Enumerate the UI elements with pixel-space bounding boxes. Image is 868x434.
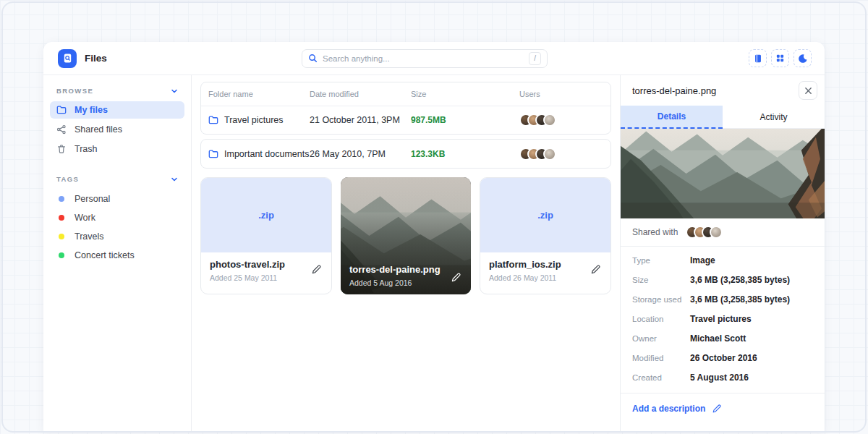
tag-item-travels[interactable]: Travels <box>50 227 184 246</box>
detail-row-created: Created 5 August 2016 <box>632 367 813 387</box>
edit-pencil-icon[interactable] <box>590 264 601 275</box>
search-icon <box>308 54 318 63</box>
close-panel-button[interactable] <box>799 81 817 100</box>
details-list: Type Image Size 3,6 MB (3,258,385 bytes)… <box>621 247 825 393</box>
grid-view-button[interactable] <box>771 49 789 67</box>
sidebar-item-label: My files <box>75 105 108 115</box>
tag-color-dot <box>59 196 64 202</box>
sidebar-item-trash[interactable]: Trash <box>50 140 184 158</box>
file-added-date: Added 25 May 2011 <box>210 273 323 282</box>
main-content: Folder name Date modified Size Users Tra… <box>192 75 620 433</box>
trash-icon <box>56 144 67 154</box>
table-row[interactable]: Travel pictures 21 October 2011, 3PM 987… <box>201 106 610 134</box>
top-bar: Files / <box>43 42 825 75</box>
search-input[interactable] <box>323 54 524 63</box>
zip-extension-badge: .zip <box>201 178 331 252</box>
tag-color-dot <box>59 252 64 258</box>
date-modified: 26 May 2010, 7PM <box>310 149 411 159</box>
tag-color-dot <box>59 215 64 221</box>
panel-file-title: torres-del-paine.png <box>632 85 716 96</box>
users-avatars <box>519 114 603 127</box>
tab-activity[interactable]: Activity <box>723 106 825 129</box>
file-name: platform_ios.zip <box>489 259 602 270</box>
edit-pencil-icon[interactable] <box>311 264 322 275</box>
sidebar-item-label: Shared files <box>75 124 122 135</box>
detail-label: Location <box>632 315 690 323</box>
detail-label: Size <box>632 276 690 284</box>
date-modified: 21 October 2011, 3PM <box>310 115 411 125</box>
add-description-button[interactable]: Add a description <box>621 393 825 424</box>
sidebar-item-label: Trash <box>75 144 98 154</box>
shared-avatars <box>686 226 723 239</box>
avatar <box>543 148 556 161</box>
detail-label: Modified <box>632 354 690 362</box>
users-avatars <box>519 148 603 161</box>
column-header-folder-name: Folder name <box>208 90 310 98</box>
detail-value: 3,6 MB (3,258,385 bytes) <box>690 275 790 285</box>
share-icon <box>56 124 67 135</box>
detail-value: 5 August 2016 <box>690 373 749 383</box>
sidebar-item-shared-files[interactable]: Shared files <box>50 121 184 138</box>
zip-ext-label: .zip <box>537 210 553 221</box>
tag-item-work[interactable]: Work <box>50 208 184 227</box>
tags-section-header[interactable]: TAGS <box>50 175 184 183</box>
panel-tabs: Details Activity <box>621 106 825 129</box>
avatar <box>543 114 556 127</box>
dark-mode-moon-icon <box>798 54 808 64</box>
folder-size: 987.5MB <box>411 115 519 125</box>
details-panel: torres-del-paine.png Details Activity Sh… <box>620 75 825 433</box>
tag-label: Work <box>75 213 95 223</box>
folders-table: Folder name Date modified Size Users Tra… <box>200 82 611 135</box>
dark-mode-button[interactable] <box>793 49 812 67</box>
detail-label: Created <box>632 373 690 382</box>
browse-section-header[interactable]: BROWSE <box>50 87 184 95</box>
file-cards-row: .zip photos-travel.zip Added 25 May 2011 <box>200 177 611 294</box>
folder-name: Travel pictures <box>224 115 284 125</box>
file-name: torres-del-paine.png <box>349 264 441 275</box>
app-logo-icon <box>58 49 77 68</box>
close-icon <box>804 87 812 95</box>
chevron-down-icon <box>171 88 178 95</box>
folder-name: Important documents <box>224 149 309 159</box>
detail-value: Image <box>690 255 715 265</box>
detail-value: Michael Scott <box>690 333 746 344</box>
tag-item-personal[interactable]: Personal <box>50 190 184 208</box>
tag-item-concert-tickets[interactable]: Concert tickets <box>50 246 184 265</box>
column-header-size: Size <box>411 90 519 98</box>
tags-label: TAGS <box>56 175 79 183</box>
browse-label: BROWSE <box>56 87 93 95</box>
book-button[interactable] <box>749 49 767 67</box>
detail-label: Type <box>632 256 690 265</box>
folder-icon <box>208 149 218 159</box>
header-actions <box>749 49 817 67</box>
detail-row-location: Location Travel pictures <box>632 309 813 328</box>
file-card-photos-travel-zip[interactable]: .zip photos-travel.zip Added 25 May 2011 <box>200 177 332 294</box>
add-description-label: Add a description <box>632 404 705 414</box>
chevron-down-icon <box>171 176 178 183</box>
detail-row-modified: Modified 26 October 2016 <box>632 348 813 367</box>
table-row[interactable]: Important documents 26 May 2010, 7PM 123… <box>201 140 610 168</box>
detail-label: Owner <box>632 334 690 343</box>
file-card-platform-ios-zip[interactable]: .zip platform_ios.zip Added 26 May 2011 <box>480 177 611 294</box>
detail-row-size: Size 3,6 MB (3,258,385 bytes) <box>632 270 813 289</box>
edit-pencil-icon <box>712 404 722 414</box>
file-added-date: Added 5 Aug 2016 <box>349 278 441 287</box>
tag-label: Concert tickets <box>75 250 135 260</box>
edit-pencil-icon[interactable] <box>451 272 461 283</box>
sidebar: BROWSE My files Shared <box>43 75 192 433</box>
sidebar-item-my-files[interactable]: My files <box>50 101 184 119</box>
detail-value: Travel pictures <box>690 314 752 324</box>
detail-value: 26 October 2016 <box>690 353 757 363</box>
shared-with-label: Shared with <box>632 227 678 237</box>
folders-table-row-card: Important documents 26 May 2010, 7PM 123… <box>200 139 611 169</box>
tab-details[interactable]: Details <box>621 106 723 129</box>
file-name: photos-travel.zip <box>210 259 323 270</box>
search-bar[interactable]: / <box>302 49 548 68</box>
search-shortcut-badge: / <box>529 52 541 65</box>
column-header-users: Users <box>519 90 603 98</box>
app-window: Files / <box>43 42 825 433</box>
tag-color-dot <box>59 234 64 239</box>
app-title: Files <box>85 53 107 64</box>
zip-ext-label: .zip <box>258 210 274 221</box>
file-card-torres-del-paine-png[interactable]: torres-del-paine.png Added 5 Aug 2016 <box>341 177 471 294</box>
